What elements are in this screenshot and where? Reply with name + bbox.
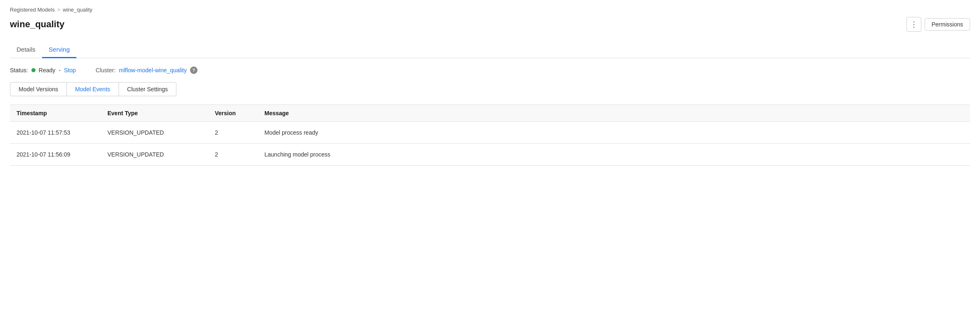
sub-tab-model-events[interactable]: Model Events	[67, 82, 119, 96]
sub-tab-cluster-settings[interactable]: Cluster Settings	[119, 82, 177, 96]
page-header: wine_quality ⋮ Permissions	[10, 17, 970, 32]
status-separator: -	[59, 67, 61, 74]
stop-link[interactable]: Stop	[64, 67, 76, 74]
breadcrumb-current: wine_quality	[63, 7, 93, 13]
cell-version-0: 2	[215, 129, 264, 136]
breadcrumb-separator: >	[57, 7, 60, 13]
cell-version-1: 2	[215, 151, 264, 158]
cluster-link[interactable]: mlflow-model-wine_quality	[119, 67, 187, 74]
more-options-button[interactable]: ⋮	[906, 17, 921, 32]
col-header-timestamp: Timestamp	[17, 110, 107, 116]
sub-tab-model-versions[interactable]: Model Versions	[10, 82, 67, 96]
col-header-event-type: Event Type	[107, 110, 215, 116]
table-row: 2021-10-07 11:56:09 VERSION_UPDATED 2 La…	[10, 144, 970, 166]
status-dot	[31, 68, 36, 72]
events-table: Timestamp Event Type Version Message 202…	[10, 104, 970, 166]
status-bar: Status: Ready - Stop Cluster: mlflow-mod…	[10, 66, 970, 74]
help-icon[interactable]: ?	[190, 66, 197, 74]
tab-serving[interactable]: Serving	[42, 42, 76, 58]
status-label: Status:	[10, 67, 28, 74]
cell-timestamp-0: 2021-10-07 11:57:53	[17, 129, 107, 136]
main-tabs: Details Serving	[10, 42, 970, 58]
breadcrumb-parent[interactable]: Registered Models	[10, 7, 55, 13]
breadcrumb: Registered Models > wine_quality	[10, 7, 970, 13]
cell-event-type-0: VERSION_UPDATED	[107, 129, 215, 136]
table-row: 2021-10-07 11:57:53 VERSION_UPDATED 2 Mo…	[10, 122, 970, 144]
page-title: wine_quality	[10, 19, 64, 30]
status-ready-text: Ready	[39, 67, 55, 74]
cell-message-0: Model process ready	[264, 129, 963, 136]
col-header-version: Version	[215, 110, 264, 116]
cell-event-type-1: VERSION_UPDATED	[107, 151, 215, 158]
page-wrapper: Registered Models > wine_quality wine_qu…	[0, 0, 980, 172]
cluster-label: Cluster:	[96, 67, 116, 74]
table-header-row: Timestamp Event Type Version Message	[10, 105, 970, 122]
cluster-section: Cluster: mlflow-model-wine_quality ?	[96, 66, 197, 74]
permissions-button[interactable]: Permissions	[925, 18, 970, 31]
sub-tabs: Model Versions Model Events Cluster Sett…	[10, 82, 970, 96]
tab-details[interactable]: Details	[10, 42, 42, 58]
cell-message-1: Launching model process	[264, 151, 963, 158]
col-header-message: Message	[264, 110, 963, 116]
header-actions: ⋮ Permissions	[906, 17, 970, 32]
status-section: Status: Ready - Stop	[10, 67, 76, 74]
cell-timestamp-1: 2021-10-07 11:56:09	[17, 151, 107, 158]
